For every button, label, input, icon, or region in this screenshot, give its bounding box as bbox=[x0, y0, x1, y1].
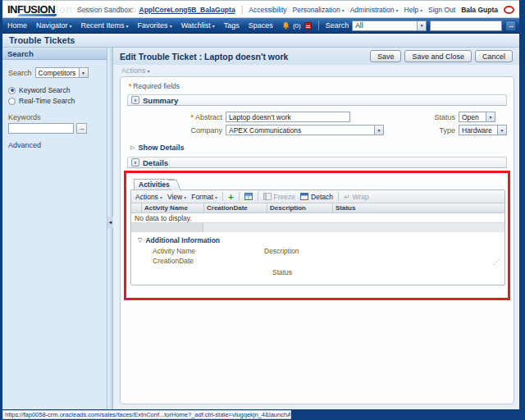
freeze-icon bbox=[263, 193, 272, 200]
tab-activities[interactable]: Activities bbox=[134, 179, 175, 189]
nav-spaces[interactable]: Spaces bbox=[249, 21, 273, 30]
main-navbar: Home Navigator Recent Items Favorites Wa… bbox=[2, 18, 519, 34]
keywords-go-button[interactable]: → bbox=[76, 123, 87, 134]
chevron-down-icon[interactable]: ▼ bbox=[417, 21, 426, 30]
chat-bubble-icon[interactable] bbox=[504, 6, 514, 14]
realtime-search-option[interactable]: Real-Time Search bbox=[8, 97, 101, 105]
nav-recent-items[interactable]: Recent Items bbox=[81, 21, 129, 30]
page-actions-menu[interactable]: Actions bbox=[121, 66, 150, 75]
add-row-icon[interactable]: + bbox=[228, 193, 233, 201]
status-select[interactable]: Open ▼ bbox=[459, 112, 495, 122]
search-sidebar: Search Search Competitors ▼ Keyword Sear… bbox=[2, 48, 107, 409]
save-and-close-button[interactable]: Save and Close bbox=[404, 50, 472, 62]
status-label: Status bbox=[411, 113, 459, 121]
infusion-logo: INFUSION bbox=[7, 3, 55, 16]
summary-form: *Abstract Company APEX Communications ▼ bbox=[127, 106, 507, 140]
ticket-form-panel: *Required fields ∨ Summary *Abstract Com… bbox=[120, 76, 514, 404]
help-menu[interactable]: Help bbox=[404, 6, 423, 14]
column-status[interactable]: Status bbox=[333, 203, 504, 212]
sidebar-panel-header: Search bbox=[2, 48, 107, 60]
logo-swoosh bbox=[17, 14, 57, 16]
global-header: sion Applications INFUSION Session Sandb… bbox=[2, 1, 519, 18]
empty-table-message: No data to display. bbox=[131, 213, 504, 223]
company-label: Company bbox=[127, 126, 226, 135]
type-select[interactable]: Hardware ▼ bbox=[459, 125, 507, 135]
row-header-cell bbox=[131, 223, 203, 232]
detach-icon bbox=[300, 193, 308, 200]
activities-table-header: Activity Name CreationDate Description S… bbox=[131, 203, 504, 213]
column-creation-date[interactable]: CreationDate bbox=[204, 203, 267, 212]
separator bbox=[222, 192, 223, 201]
expanded-triangle-icon[interactable]: ▽ bbox=[138, 237, 142, 244]
red-highlight-box: Activities Actions View Format + bbox=[124, 171, 510, 300]
nav-navigator[interactable]: Navigator bbox=[36, 21, 72, 30]
sign-out-link[interactable]: Sign Out bbox=[428, 6, 455, 14]
additional-information-section: ▽ Additional Information Activity Name C… bbox=[131, 232, 504, 285]
show-details-toggle[interactable]: ▷ Show Details bbox=[130, 144, 507, 152]
search-label: Search bbox=[326, 21, 349, 30]
chevron-down-icon[interactable]: ▼ bbox=[486, 112, 495, 121]
session-area: Session Sandbox: ApplCoreLong5B_BalaGupt… bbox=[77, 1, 514, 18]
detach-button[interactable]: Detach bbox=[300, 193, 333, 201]
separator bbox=[258, 192, 258, 201]
table-body-strip bbox=[131, 223, 504, 232]
chevron-down-icon[interactable]: ▼ bbox=[79, 68, 88, 77]
asterisk: * bbox=[129, 82, 131, 90]
save-button[interactable]: Save bbox=[370, 50, 402, 62]
additional-info-header[interactable]: ▽ Additional Information bbox=[138, 236, 498, 244]
sidebar-body: Search Competitors ▼ Keyword Search Real… bbox=[2, 60, 107, 157]
radio-selected-icon[interactable] bbox=[8, 87, 16, 94]
cancel-button[interactable]: Cancel bbox=[475, 50, 513, 62]
collapse-pane-icon[interactable]: ◄ bbox=[107, 217, 113, 228]
collapse-section-icon[interactable]: ∨ bbox=[131, 158, 139, 167]
search-go-button[interactable]: → bbox=[505, 21, 516, 31]
user-name: Bala Gupta bbox=[461, 6, 498, 14]
browser-status-bar: https://fap0058-crm.oracleads.com/sales/… bbox=[0, 409, 525, 420]
personalization-menu[interactable]: Personalization bbox=[293, 6, 345, 14]
addl-activity-name-label: Activity Name bbox=[153, 247, 195, 255]
abstract-input[interactable] bbox=[226, 112, 350, 122]
table-view-menu[interactable]: View bbox=[167, 193, 186, 201]
notifications-bell-icon[interactable] bbox=[282, 22, 290, 30]
separator bbox=[239, 192, 240, 201]
details-section-title: Details bbox=[143, 158, 168, 167]
column-activity-name[interactable]: Activity Name bbox=[142, 203, 204, 212]
page-title: Trouble Tickets bbox=[9, 35, 75, 45]
sidebar-search-label: Search bbox=[8, 69, 32, 77]
nav-favorites[interactable]: Favorites bbox=[138, 21, 172, 30]
resize-grip-icon[interactable]: ⋰ bbox=[493, 258, 500, 266]
accessibility-link[interactable]: Accessibility bbox=[249, 6, 286, 14]
search-mode-radios: Keyword Search Real-Time Search bbox=[8, 86, 101, 105]
export-icon[interactable] bbox=[244, 193, 253, 200]
abstract-label: *Abstract bbox=[127, 113, 226, 121]
session-sandbox-link[interactable]: ApplCoreLong5B_BalaGupta bbox=[139, 6, 235, 14]
expand-triangle-icon[interactable]: ▷ bbox=[130, 144, 135, 151]
company-select[interactable]: APEX Communications ▼ bbox=[226, 125, 384, 135]
radio-icon[interactable] bbox=[8, 98, 16, 105]
nav-home[interactable]: Home bbox=[7, 21, 27, 30]
column-description[interactable]: Description bbox=[267, 203, 333, 212]
chevron-down-icon[interactable]: ▼ bbox=[497, 126, 506, 135]
global-search-input[interactable] bbox=[430, 21, 502, 31]
keywords-input[interactable] bbox=[8, 123, 74, 134]
pane-splitter[interactable]: ◄ bbox=[107, 48, 113, 409]
keyword-search-option[interactable]: Keyword Search bbox=[8, 86, 101, 94]
addl-status-label: Status bbox=[272, 268, 292, 276]
chevron-down-icon[interactable]: ▼ bbox=[374, 126, 383, 135]
page-title-band: Trouble Tickets bbox=[2, 34, 519, 48]
summary-section-title: Summary bbox=[143, 96, 178, 105]
worklist-icon[interactable] bbox=[304, 22, 312, 30]
separator: | bbox=[241, 5, 244, 14]
freeze-button: Freeze bbox=[263, 193, 295, 201]
nav-watchlist[interactable]: Watchlist bbox=[181, 21, 215, 30]
administration-menu[interactable]: Administration bbox=[350, 6, 399, 14]
content-row: Search Search Competitors ▼ Keyword Sear… bbox=[2, 48, 519, 409]
table-actions-menu[interactable]: Actions bbox=[135, 193, 162, 201]
nav-tags[interactable]: Tags bbox=[224, 21, 240, 30]
advanced-search-link[interactable]: Advanced bbox=[8, 141, 101, 149]
table-format-menu[interactable]: Format bbox=[191, 193, 217, 201]
sidebar-search-select[interactable]: Competitors ▼ bbox=[35, 67, 89, 78]
collapse-section-icon[interactable]: ∨ bbox=[131, 96, 139, 104]
search-scope-select[interactable]: All ▼ bbox=[352, 21, 427, 31]
required-fields-note: *Required fields bbox=[129, 82, 507, 90]
